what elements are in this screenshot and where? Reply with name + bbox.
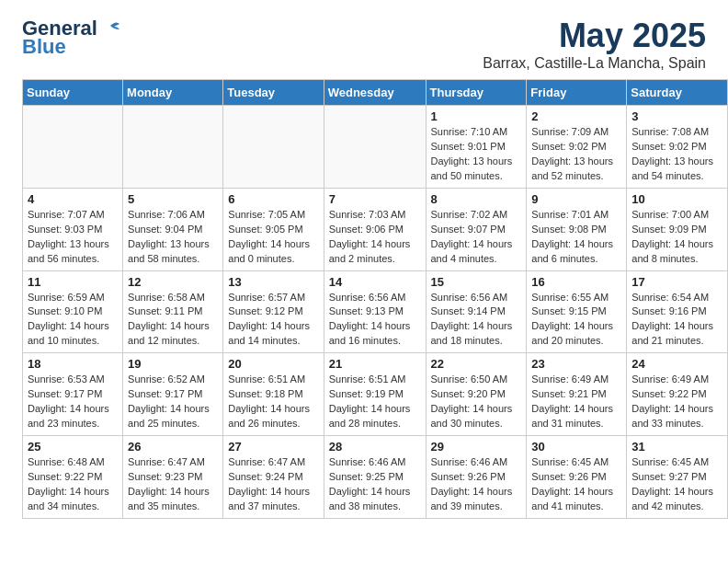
calendar-day-27: 27Sunrise: 6:47 AM Sunset: 9:24 PM Dayli… xyxy=(223,436,324,519)
day-number: 28 xyxy=(329,440,421,454)
calendar-day-16: 16Sunrise: 6:55 AM Sunset: 9:15 PM Dayli… xyxy=(527,270,627,353)
day-number: 6 xyxy=(228,192,318,206)
calendar-day-21: 21Sunrise: 6:51 AM Sunset: 9:19 PM Dayli… xyxy=(324,353,426,436)
calendar-day-10: 10Sunrise: 7:00 AM Sunset: 9:09 PM Dayli… xyxy=(627,188,728,270)
day-number: 30 xyxy=(531,440,621,454)
calendar-day-17: 17Sunrise: 6:54 AM Sunset: 9:16 PM Dayli… xyxy=(627,270,728,353)
calendar-day-11: 11Sunrise: 6:59 AM Sunset: 9:10 PM Dayli… xyxy=(23,270,123,353)
day-content: Sunrise: 7:01 AM Sunset: 9:08 PM Dayligh… xyxy=(531,208,621,267)
day-number: 14 xyxy=(329,275,421,289)
day-number: 17 xyxy=(631,275,722,289)
calendar-week-row: 18Sunrise: 6:53 AM Sunset: 9:17 PM Dayli… xyxy=(23,353,728,436)
calendar-day-31: 31Sunrise: 6:45 AM Sunset: 9:27 PM Dayli… xyxy=(627,436,728,519)
day-number: 25 xyxy=(28,440,118,454)
day-content: Sunrise: 7:05 AM Sunset: 9:05 PM Dayligh… xyxy=(228,208,318,267)
calendar-day-28: 28Sunrise: 6:46 AM Sunset: 9:25 PM Dayli… xyxy=(324,436,426,519)
logo-bird-icon xyxy=(101,18,121,39)
calendar-day-13: 13Sunrise: 6:57 AM Sunset: 9:12 PM Dayli… xyxy=(223,270,324,353)
day-content: Sunrise: 6:49 AM Sunset: 9:22 PM Dayligh… xyxy=(631,373,722,431)
day-content: Sunrise: 6:46 AM Sunset: 9:26 PM Dayligh… xyxy=(431,455,522,514)
calendar-day-5: 5Sunrise: 7:06 AM Sunset: 9:04 PM Daylig… xyxy=(123,188,223,270)
day-content: Sunrise: 7:06 AM Sunset: 9:04 PM Dayligh… xyxy=(128,208,218,267)
calendar-week-row: 1Sunrise: 7:10 AM Sunset: 9:01 PM Daylig… xyxy=(23,106,728,189)
calendar-table: SundayMondayTuesdayWednesdayThursdayFrid… xyxy=(22,79,728,519)
day-number: 4 xyxy=(28,192,118,206)
calendar-day-12: 12Sunrise: 6:58 AM Sunset: 9:11 PM Dayli… xyxy=(123,270,223,353)
calendar-day-1: 1Sunrise: 7:10 AM Sunset: 9:01 PM Daylig… xyxy=(426,106,527,189)
calendar-empty-cell xyxy=(23,106,123,189)
calendar-day-29: 29Sunrise: 6:46 AM Sunset: 9:26 PM Dayli… xyxy=(426,436,527,519)
day-number: 22 xyxy=(431,357,522,371)
calendar-empty-cell xyxy=(123,106,223,189)
day-content: Sunrise: 6:52 AM Sunset: 9:17 PM Dayligh… xyxy=(128,373,218,431)
weekday-header-sunday: Sunday xyxy=(23,80,123,106)
day-content: Sunrise: 6:47 AM Sunset: 9:23 PM Dayligh… xyxy=(128,455,218,514)
logo: General Blue xyxy=(22,17,121,59)
day-number: 29 xyxy=(431,440,522,454)
day-number: 24 xyxy=(631,357,722,371)
weekday-header-wednesday: Wednesday xyxy=(324,80,426,106)
day-content: Sunrise: 6:59 AM Sunset: 9:10 PM Dayligh… xyxy=(28,291,118,350)
day-content: Sunrise: 6:53 AM Sunset: 9:17 PM Dayligh… xyxy=(28,373,118,431)
calendar-day-4: 4Sunrise: 7:07 AM Sunset: 9:03 PM Daylig… xyxy=(23,188,123,270)
day-number: 31 xyxy=(631,440,722,454)
day-content: Sunrise: 6:47 AM Sunset: 9:24 PM Dayligh… xyxy=(228,455,318,514)
title-block: May 2025 Barrax, Castille-La Mancha, Spa… xyxy=(483,17,706,72)
calendar-day-24: 24Sunrise: 6:49 AM Sunset: 9:22 PM Dayli… xyxy=(627,353,728,436)
day-content: Sunrise: 6:56 AM Sunset: 9:14 PM Dayligh… xyxy=(431,291,522,350)
day-number: 15 xyxy=(431,275,522,289)
calendar-day-2: 2Sunrise: 7:09 AM Sunset: 9:02 PM Daylig… xyxy=(527,106,627,189)
calendar-day-30: 30Sunrise: 6:45 AM Sunset: 9:26 PM Dayli… xyxy=(527,436,627,519)
day-number: 8 xyxy=(431,192,522,206)
day-number: 19 xyxy=(128,357,218,371)
day-content: Sunrise: 6:49 AM Sunset: 9:21 PM Dayligh… xyxy=(531,373,621,431)
calendar-day-8: 8Sunrise: 7:02 AM Sunset: 9:07 PM Daylig… xyxy=(426,188,527,270)
weekday-header-friday: Friday xyxy=(527,80,627,106)
calendar-day-3: 3Sunrise: 7:08 AM Sunset: 9:02 PM Daylig… xyxy=(627,106,728,189)
day-number: 27 xyxy=(228,440,318,454)
calendar-day-19: 19Sunrise: 6:52 AM Sunset: 9:17 PM Dayli… xyxy=(123,353,223,436)
calendar-empty-cell xyxy=(223,106,324,189)
calendar-header-row: SundayMondayTuesdayWednesdayThursdayFrid… xyxy=(23,80,728,106)
calendar-container: SundayMondayTuesdayWednesdayThursdayFrid… xyxy=(0,79,728,530)
calendar-day-26: 26Sunrise: 6:47 AM Sunset: 9:23 PM Dayli… xyxy=(123,436,223,519)
day-content: Sunrise: 6:45 AM Sunset: 9:26 PM Dayligh… xyxy=(531,455,621,514)
day-content: Sunrise: 7:07 AM Sunset: 9:03 PM Dayligh… xyxy=(28,208,118,267)
calendar-week-row: 4Sunrise: 7:07 AM Sunset: 9:03 PM Daylig… xyxy=(23,188,728,270)
day-content: Sunrise: 7:02 AM Sunset: 9:07 PM Dayligh… xyxy=(431,208,522,267)
day-content: Sunrise: 6:46 AM Sunset: 9:25 PM Dayligh… xyxy=(329,455,421,514)
day-number: 26 xyxy=(128,440,218,454)
location: Barrax, Castille-La Mancha, Spain xyxy=(483,55,706,72)
weekday-header-thursday: Thursday xyxy=(426,80,527,106)
day-content: Sunrise: 7:09 AM Sunset: 9:02 PM Dayligh… xyxy=(531,125,621,184)
calendar-day-7: 7Sunrise: 7:03 AM Sunset: 9:06 PM Daylig… xyxy=(324,188,426,270)
day-number: 3 xyxy=(631,109,722,123)
day-content: Sunrise: 7:10 AM Sunset: 9:01 PM Dayligh… xyxy=(431,125,522,184)
day-number: 18 xyxy=(28,357,118,371)
day-number: 12 xyxy=(128,275,218,289)
day-content: Sunrise: 6:48 AM Sunset: 9:22 PM Dayligh… xyxy=(28,455,118,514)
weekday-header-saturday: Saturday xyxy=(627,80,728,106)
logo-text-blue: Blue xyxy=(22,35,66,59)
calendar-day-23: 23Sunrise: 6:49 AM Sunset: 9:21 PM Dayli… xyxy=(527,353,627,436)
day-content: Sunrise: 6:56 AM Sunset: 9:13 PM Dayligh… xyxy=(329,291,421,350)
calendar-day-14: 14Sunrise: 6:56 AM Sunset: 9:13 PM Dayli… xyxy=(324,270,426,353)
calendar-empty-cell xyxy=(324,106,426,189)
day-content: Sunrise: 6:51 AM Sunset: 9:19 PM Dayligh… xyxy=(329,373,421,431)
calendar-day-25: 25Sunrise: 6:48 AM Sunset: 9:22 PM Dayli… xyxy=(23,436,123,519)
calendar-day-22: 22Sunrise: 6:50 AM Sunset: 9:20 PM Dayli… xyxy=(426,353,527,436)
day-content: Sunrise: 6:50 AM Sunset: 9:20 PM Dayligh… xyxy=(431,373,522,431)
day-number: 11 xyxy=(28,275,118,289)
month-title: May 2025 xyxy=(483,17,706,55)
day-number: 9 xyxy=(531,192,621,206)
day-number: 23 xyxy=(531,357,621,371)
calendar-week-row: 25Sunrise: 6:48 AM Sunset: 9:22 PM Dayli… xyxy=(23,436,728,519)
calendar-day-6: 6Sunrise: 7:05 AM Sunset: 9:05 PM Daylig… xyxy=(223,188,324,270)
day-number: 10 xyxy=(631,192,722,206)
day-content: Sunrise: 6:58 AM Sunset: 9:11 PM Dayligh… xyxy=(128,291,218,350)
day-content: Sunrise: 7:00 AM Sunset: 9:09 PM Dayligh… xyxy=(631,208,722,267)
calendar-week-row: 11Sunrise: 6:59 AM Sunset: 9:10 PM Dayli… xyxy=(23,270,728,353)
day-number: 20 xyxy=(228,357,318,371)
day-number: 16 xyxy=(531,275,621,289)
day-content: Sunrise: 7:03 AM Sunset: 9:06 PM Dayligh… xyxy=(329,208,421,267)
